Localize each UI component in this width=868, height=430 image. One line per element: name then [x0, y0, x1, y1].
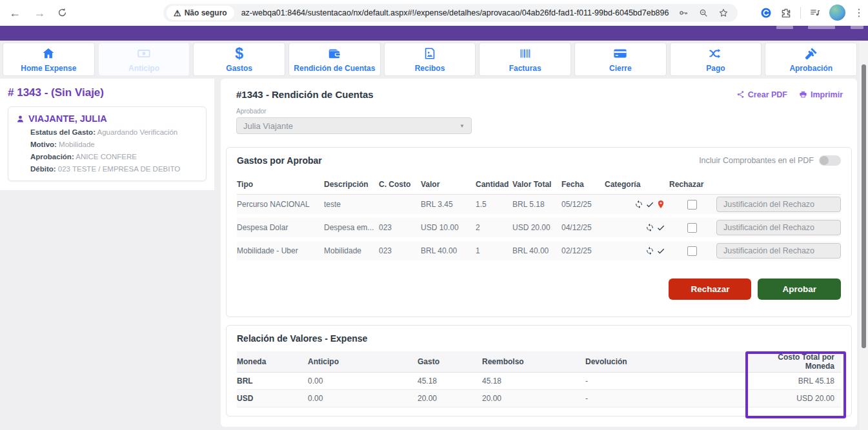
nav-item-anticipo[interactable]: Anticipo: [98, 43, 190, 76]
cell-costo-total: USD 20.00: [756, 394, 841, 403]
address-bar[interactable]: ⚠ Não seguro az-webqa01:8464/sustentacao…: [163, 4, 738, 22]
traveler-card: VIAJANTE, JULIA Estatus del Gasto: Aguar…: [8, 106, 207, 181]
reject-justification-input[interactable]: [716, 220, 841, 235]
share-icon: [736, 90, 745, 99]
table-row: Mobilidade - Uber Mobilidade 023 BRL 40.…: [237, 241, 841, 264]
bookmark-star-icon[interactable]: [718, 8, 729, 18]
table-row: Despesa Dolar Despesa em... 023 USD 10.0…: [237, 218, 841, 241]
cell-descripcion: teste: [324, 200, 379, 209]
cell-cantidad: 1: [476, 246, 512, 255]
expenses-to-approve-card: Gastos por Aprobar Incluir Comprobantes …: [226, 147, 852, 317]
col-header: Tipo: [237, 180, 324, 189]
col-header: Reembolso: [482, 357, 585, 366]
playlist-icon[interactable]: [809, 7, 821, 19]
col-header: Costo Total por Moneda: [756, 353, 841, 371]
approved-check-icon[interactable]: [645, 200, 654, 209]
table-row: Percurso NACIONAL teste BRL 3.45 1.5 BRL…: [237, 195, 841, 218]
field-value: Aguardando Verificación: [97, 128, 178, 136]
cell-rechazar: [669, 195, 841, 214]
approved-check-icon[interactable]: [656, 246, 665, 255]
extension-icon-blue[interactable]: [760, 7, 772, 19]
cell-valor-total: BRL 40.00: [512, 246, 561, 255]
nav-item-home-expense[interactable]: Home Expense: [3, 43, 95, 76]
refresh-icon[interactable]: [645, 223, 654, 232]
totals-card: Relación de Valores - Expense MonedaAnti…: [226, 325, 852, 416]
refresh-icon[interactable]: [645, 246, 654, 255]
cell-valor-total: USD 20.00: [512, 223, 561, 232]
reject-checkbox[interactable]: [687, 223, 697, 233]
cell-categoria-icons: [605, 223, 669, 232]
approver-select[interactable]: Julia Viajante ▼: [236, 117, 472, 134]
expense-rows: Percurso NACIONAL teste BRL 3.45 1.5 BRL…: [237, 195, 841, 264]
traveler-field: Débito: 023 TESTE / EMPRESA DE DEBITO: [30, 165, 198, 173]
create-pdf-link[interactable]: Crear PDF: [736, 90, 787, 99]
col-header: Fecha: [561, 180, 605, 189]
reject-justification-input[interactable]: [716, 243, 841, 259]
cell-reembolso: 20.00: [482, 394, 585, 403]
nav-item-aprobacion[interactable]: Aprobación: [765, 43, 857, 76]
totals-rows: BRL 0.00 45.18 45.18 - BRL 45.18 USD 0.0…: [237, 373, 841, 407]
url-text[interactable]: az-webqa01:8464/sustentacao/nx/default.a…: [241, 8, 673, 17]
browser-menu-icon[interactable]: ⋮: [854, 5, 864, 21]
cell-categoria-icons: [605, 200, 669, 209]
cell-reembolso: 45.18: [482, 376, 585, 386]
col-header: Rechazar: [669, 180, 841, 189]
cell-moneda: BRL: [237, 376, 308, 386]
reject-checkbox[interactable]: [687, 246, 697, 256]
approve-button[interactable]: Aprobar: [758, 279, 841, 300]
reject-checkbox[interactable]: [687, 200, 697, 210]
col-header: Cantidad: [476, 180, 512, 189]
zoom-out-icon[interactable]: [698, 8, 709, 18]
cell-valor: BRL 3.45: [421, 200, 476, 209]
reject-button[interactable]: Rechazar: [669, 279, 751, 300]
approval-main-panel: #1343 - Rendición de Cuentas Crear PDF I…: [221, 79, 857, 427]
cell-tipo: Percurso NACIONAL: [237, 200, 324, 209]
totals-table-header: MonedaAnticipoGastoReembolsoDevoluciónCo…: [237, 351, 841, 373]
nav-item-facturas[interactable]: Facturas: [479, 43, 571, 76]
profile-avatar[interactable]: [829, 5, 845, 21]
approver-label: Aprobador: [236, 108, 857, 115]
chevron-down-icon: ▼: [459, 123, 465, 129]
cell-gasto: 20.00: [418, 394, 482, 403]
nav-item-pago[interactable]: Pago: [670, 43, 762, 76]
dollar-icon: $: [235, 46, 243, 61]
browser-reload-icon[interactable]: [57, 7, 68, 18]
include-receipts-toggle[interactable]: [819, 155, 841, 166]
col-header: Valor: [421, 180, 476, 189]
reject-justification-input[interactable]: [716, 197, 841, 212]
gavel-icon: [804, 46, 818, 61]
cell-gasto: 45.18: [418, 376, 482, 386]
location-pin-icon[interactable]: [656, 200, 665, 209]
password-key-icon[interactable]: [678, 8, 689, 18]
cell-descripcion: Despesa em...: [324, 223, 379, 232]
nav-item-rendicion[interactable]: Rendición de Cuentas: [288, 43, 381, 76]
scrollbar-thumb[interactable]: [862, 64, 866, 348]
print-link[interactable]: Imprimir: [799, 90, 843, 99]
clipped-header-text: [776, 26, 793, 29]
table-row: USD 0.00 20.00 20.00 - USD 20.00: [237, 390, 841, 407]
traveler-field: Estatus del Gasto: Aguardando Verificaci…: [30, 128, 198, 136]
nav-item-recibos[interactable]: Recibos: [384, 43, 476, 76]
nav-item-cierre[interactable]: Cierre: [574, 43, 667, 76]
nav-item-gastos[interactable]: $ Gastos: [193, 43, 285, 76]
cell-devolucion: -: [585, 376, 756, 386]
cell-rechazar: [669, 218, 841, 237]
approved-check-icon[interactable]: [656, 223, 665, 232]
not-secure-badge[interactable]: ⚠ Não seguro: [167, 6, 234, 20]
browser-toolbar: ← → ⚠ Não seguro az-webqa01:8464/sustent…: [0, 0, 868, 26]
clipped-header-text: [808, 26, 835, 29]
cell-fecha: 05/12/25: [561, 200, 605, 209]
wallet-icon: [327, 46, 341, 61]
cell-valor: BRL 40.00: [421, 246, 476, 255]
col-header: Categoría: [605, 180, 669, 189]
traveler-name: VIAJANTE, JULIA: [28, 113, 107, 124]
cell-categoria-icons: [605, 246, 669, 255]
col-header: Devolución: [585, 357, 756, 366]
extensions-puzzle-icon[interactable]: [780, 7, 792, 19]
field-value: ANICE CONFERE: [76, 153, 137, 161]
browser-forward-icon[interactable]: →: [34, 6, 45, 20]
table-row: BRL 0.00 45.18 45.18 - BRL 45.18: [237, 373, 841, 390]
browser-back-icon[interactable]: ←: [9, 6, 21, 20]
cell-c-costo: 023: [379, 246, 421, 255]
refresh-icon[interactable]: [634, 200, 643, 209]
